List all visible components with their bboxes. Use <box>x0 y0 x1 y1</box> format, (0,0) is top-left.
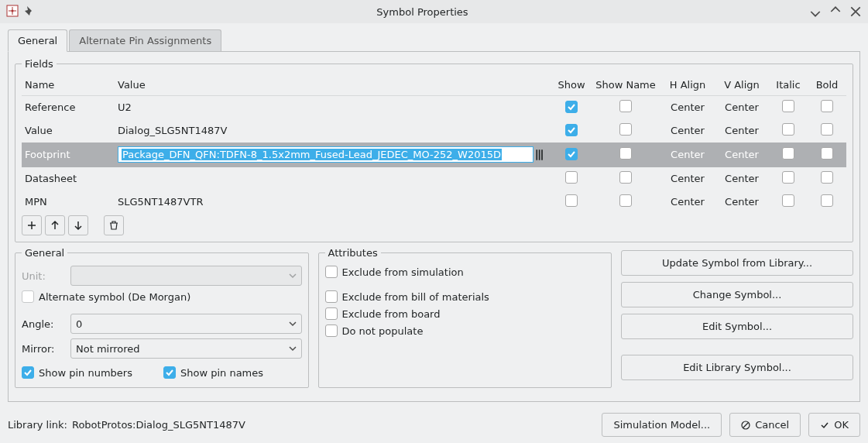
footprint-input[interactable]: Package_DFN_QFN:TDFN-8_1.5x2mm_Fused-Lea… <box>118 146 533 163</box>
cancel-icon <box>741 421 750 430</box>
show-pin-names-label: Show pin names <box>180 367 263 379</box>
dnp-checkbox[interactable] <box>325 325 338 337</box>
checkbox-bold[interactable] <box>821 123 833 136</box>
ok-button[interactable]: OK <box>808 413 860 437</box>
mirror-label: Mirror: <box>22 343 64 355</box>
checkbox-show[interactable] <box>565 101 578 113</box>
show-pin-names-checkbox[interactable] <box>163 366 176 379</box>
minimize-button[interactable] <box>809 5 822 18</box>
checkbox-bold[interactable] <box>821 171 833 184</box>
general-legend: General <box>22 247 67 259</box>
maximize-button[interactable] <box>829 5 842 18</box>
col-show-name[interactable]: Show Name <box>591 74 660 96</box>
mirror-select[interactable]: Not mirrored <box>70 338 302 359</box>
add-field-button[interactable] <box>22 215 42 235</box>
edit-library-symbol-button[interactable]: Edit Library Symbol... <box>621 355 853 380</box>
pin-icon[interactable] <box>23 5 36 19</box>
col-name[interactable]: Name <box>22 74 115 96</box>
table-row[interactable]: MPN SLG5NT1487VTR Center Center <box>22 191 846 214</box>
check-icon <box>820 421 829 430</box>
titlebar: Symbol Properties <box>0 0 868 23</box>
exclude-bom-checkbox[interactable] <box>325 290 338 303</box>
attributes-group: Attributes Exclude from simulation Exclu… <box>318 247 612 388</box>
col-value[interactable]: Value <box>115 74 552 96</box>
checkbox-italic[interactable] <box>782 171 794 184</box>
checkbox-show[interactable] <box>565 148 578 160</box>
checkbox-bold[interactable] <box>821 100 833 112</box>
angle-select[interactable]: 0 <box>70 314 302 334</box>
update-symbol-button[interactable]: Update Symbol from Library... <box>621 250 853 276</box>
col-italic[interactable]: Italic <box>769 74 808 96</box>
move-down-button[interactable] <box>68 215 88 235</box>
edit-symbol-button[interactable]: Edit Symbol... <box>621 314 853 339</box>
fields-legend: Fields <box>22 58 57 70</box>
tab-general[interactable]: General <box>8 29 67 52</box>
checkbox-bold[interactable] <box>821 194 833 207</box>
exclude-sim-checkbox[interactable] <box>325 266 338 278</box>
checkbox-show-name[interactable] <box>619 147 632 160</box>
exclude-board-checkbox[interactable] <box>325 307 338 320</box>
app-icon <box>6 5 19 19</box>
col-h-align[interactable]: H Align <box>660 74 715 96</box>
table-row[interactable]: Value Dialog_SLG5NT1487V Center Center <box>22 119 846 143</box>
checkbox-show-name[interactable] <box>619 123 632 136</box>
checkbox-italic[interactable] <box>782 100 794 112</box>
library-browse-icon[interactable] <box>535 148 549 162</box>
checkbox-italic[interactable] <box>782 123 794 136</box>
table-row[interactable]: Footprint Package_DFN_QFN:TDFN-8_1.5x2mm… <box>22 143 846 167</box>
tab-alternate-pin[interactable]: Alternate Pin Assignments <box>69 29 221 51</box>
library-link-value: RobotProtos:Dialog_SLG5NT1487V <box>72 419 245 431</box>
fields-group: Fields Name Value Show Show Name H Align… <box>15 58 853 242</box>
delete-field-button[interactable] <box>104 215 124 235</box>
svg-point-1 <box>12 9 14 12</box>
attributes-legend: Attributes <box>325 247 381 259</box>
checkbox-italic[interactable] <box>782 147 794 160</box>
alternate-de-morgan-checkbox <box>22 290 34 303</box>
window-title: Symbol Properties <box>36 6 809 18</box>
col-bold[interactable]: Bold <box>808 74 846 96</box>
alternate-de-morgan-label: Alternate symbol (De Morgan) <box>39 291 190 303</box>
checkbox-italic[interactable] <box>782 194 794 207</box>
checkbox-show[interactable] <box>565 194 578 207</box>
show-pin-numbers-checkbox[interactable] <box>22 366 34 379</box>
move-up-button[interactable] <box>45 215 65 235</box>
col-v-align[interactable]: V Align <box>715 74 769 96</box>
show-pin-numbers-label: Show pin numbers <box>39 367 132 379</box>
checkbox-show-name[interactable] <box>619 194 632 207</box>
fields-table: Name Value Show Show Name H Align V Alig… <box>22 74 846 214</box>
tab-bar: General Alternate Pin Assignments <box>8 29 860 51</box>
unit-label: Unit: <box>22 270 64 282</box>
checkbox-bold[interactable] <box>821 147 833 160</box>
col-show[interactable]: Show <box>552 74 591 96</box>
change-symbol-button[interactable]: Change Symbol... <box>621 282 853 307</box>
cancel-button[interactable]: Cancel <box>729 413 801 437</box>
close-button[interactable] <box>849 5 862 18</box>
unit-select <box>70 266 302 286</box>
library-link-label: Library link: <box>8 419 67 431</box>
checkbox-show[interactable] <box>565 124 578 136</box>
general-group: General Unit: Alternate symbol (De Morga… <box>15 247 309 388</box>
checkbox-show[interactable] <box>565 171 578 184</box>
checkbox-show-name[interactable] <box>619 100 632 112</box>
table-row[interactable]: Reference U2 Center Center <box>22 96 846 119</box>
simulation-model-button[interactable]: Simulation Model... <box>602 413 722 437</box>
table-row[interactable]: Datasheet Center Center <box>22 167 846 191</box>
checkbox-show-name[interactable] <box>619 171 632 184</box>
bottom-bar: Library link: RobotProtos:Dialog_SLG5NT1… <box>0 407 868 443</box>
angle-label: Angle: <box>22 318 64 330</box>
